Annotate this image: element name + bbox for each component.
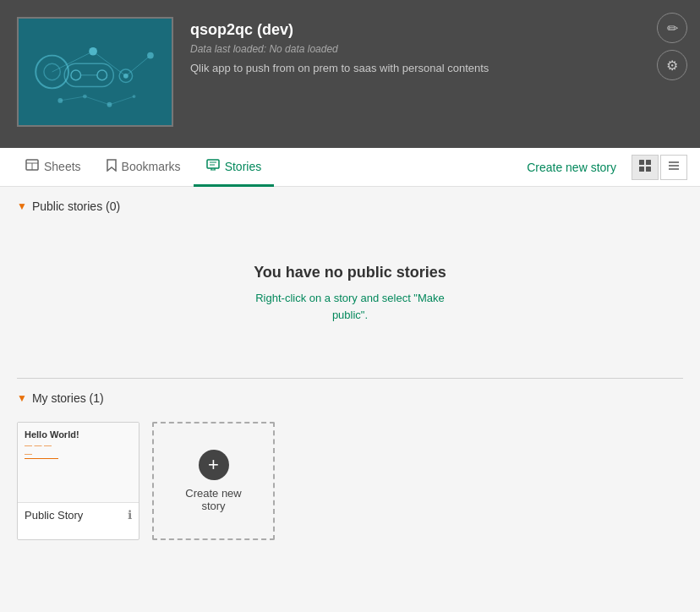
svg-rect-33: [646, 167, 651, 172]
create-new-story-card[interactable]: + Create newstory: [152, 422, 275, 540]
create-story-button[interactable]: Create new story: [520, 156, 623, 178]
app-data-loaded: Data last loaded: No data loaded: [190, 43, 683, 55]
public-stories-header[interactable]: ▼ Public stories (0): [17, 199, 683, 213]
public-stories-arrow: ▼: [17, 200, 27, 212]
tab-stories[interactable]: Stories: [194, 149, 275, 187]
tab-bookmarks[interactable]: Bookmarks: [94, 149, 194, 187]
stories-icon: [206, 159, 220, 173]
story-card-thumbnail: Hello World! — — — —: [18, 423, 139, 503]
sheets-icon: [25, 159, 39, 173]
app-header: qsop2qc (dev) Data last loaded: No data …: [0, 0, 700, 148]
my-stories-header[interactable]: ▼ My stories (1): [17, 391, 683, 405]
my-stories-section: ▼ My stories (1) Hello World! — — — — Pu…: [0, 379, 700, 561]
settings-button[interactable]: ⚙: [657, 50, 687, 80]
empty-state-title: You have no public stories: [34, 264, 666, 281]
stories-grid: Hello World! — — — — Public Story ℹ + Cr…: [17, 413, 683, 549]
grid-view-icon: [638, 159, 652, 176]
svg-rect-0: [19, 19, 171, 125]
public-stories-label: Public stories (0): [32, 199, 120, 213]
app-description: Qlik app to push from on prem to saas wi…: [190, 62, 683, 74]
empty-state-sub: Right-click on a story and select "Makep…: [34, 290, 666, 323]
bookmarks-icon: [107, 159, 117, 174]
create-plus-icon: +: [199, 450, 229, 480]
list-view-button[interactable]: [660, 155, 687, 180]
create-story-label: Create newstory: [185, 487, 241, 512]
nav-right: Create new story: [520, 155, 687, 180]
my-stories-arrow: ▼: [17, 392, 27, 404]
tab-sheets-label: Sheets: [44, 160, 81, 173]
grid-view-button[interactable]: [632, 155, 659, 180]
svg-rect-32: [639, 167, 644, 172]
view-toggle: [632, 155, 687, 180]
edit-icon: ✏: [667, 20, 678, 36]
story-thumb-sub: — — — —: [25, 441, 58, 459]
tab-sheets[interactable]: Sheets: [13, 149, 94, 187]
svg-rect-31: [646, 160, 651, 165]
story-card-label: Public Story: [25, 509, 83, 522]
tab-bookmarks-label: Bookmarks: [122, 160, 181, 173]
list-view-icon: [667, 159, 681, 176]
svg-rect-30: [639, 160, 644, 165]
app-thumbnail: [17, 17, 173, 127]
header-actions: ✏ ⚙: [657, 13, 687, 80]
public-stories-section: ▼ Public stories (0) You have no public …: [0, 187, 700, 378]
content: ▼ Public stories (0) You have no public …: [0, 187, 700, 561]
settings-icon: ⚙: [666, 57, 678, 74]
my-stories-label: My stories (1): [32, 391, 104, 405]
svg-rect-24: [207, 160, 219, 168]
nav-tabs: Sheets Bookmarks Stories Create new stor…: [0, 148, 700, 187]
tab-stories-label: Stories: [225, 160, 262, 173]
app-info: qsop2qc (dev) Data last loaded: No data …: [190, 17, 683, 74]
edit-button[interactable]: ✏: [657, 13, 687, 43]
story-thumb-title: Hello World!: [25, 429, 79, 440]
story-card-footer: Public Story ℹ: [18, 503, 139, 527]
story-info-icon[interactable]: ℹ: [128, 508, 132, 522]
story-card[interactable]: Hello World! — — — — Public Story ℹ: [17, 422, 139, 540]
public-stories-empty: You have no public stories Right-click o…: [17, 221, 683, 365]
app-title: qsop2qc (dev): [190, 21, 683, 39]
